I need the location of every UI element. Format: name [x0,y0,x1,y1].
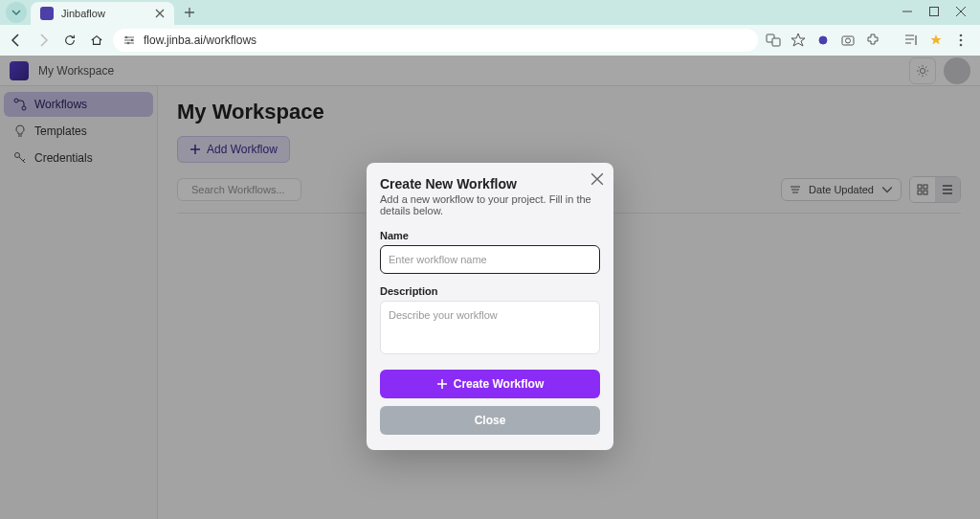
dialog-title: Create New Workflow [380,176,600,192]
extensions-icon[interactable] [865,33,880,48]
svg-point-10 [960,39,963,42]
svg-point-9 [960,34,963,37]
svg-point-3 [127,42,130,45]
forward-button[interactable] [34,32,52,49]
plus-icon [184,7,195,18]
create-workflow-dialog: Create New Workflow Add a new workflow t… [367,163,613,450]
close-button[interactable]: Close [380,406,600,435]
site-settings-icon[interactable] [122,34,136,47]
new-tab-button[interactable] [180,3,199,22]
extension-icons [766,33,972,48]
tab-title: Jinbaflow [61,8,147,19]
kebab-menu-icon[interactable] [953,33,969,48]
extension-star-icon[interactable] [928,33,944,48]
plus-icon [436,378,448,390]
create-button-label: Create Workflow [454,377,544,391]
name-label: Name [380,230,600,241]
create-workflow-button[interactable]: Create Workflow [380,370,600,398]
svg-rect-5 [772,38,780,46]
svg-point-11 [960,44,963,47]
svg-point-8 [846,38,851,43]
reload-button[interactable] [61,32,78,49]
workflow-description-input[interactable] [380,301,600,354]
app-root: My Workspace Workflows Templates Credent… [0,56,980,519]
browser-toolbar: flow.jinba.ai/workflows [0,25,980,56]
window-controls [902,4,980,21]
minimize-button[interactable] [902,4,913,21]
tab-search-button[interactable] [6,2,27,23]
bookmark-icon[interactable] [791,33,806,48]
close-icon[interactable] [590,172,604,186]
maximize-button[interactable] [928,4,940,21]
browser-tab[interactable]: Jinbaflow [31,2,174,25]
address-bar[interactable]: flow.jinba.ai/workflows [113,29,758,52]
svg-rect-7 [842,36,854,45]
close-window-button[interactable] [955,4,967,21]
svg-point-1 [125,36,128,39]
svg-point-6 [819,36,827,44]
extension-gear-icon[interactable] [815,33,831,48]
svg-point-2 [131,39,134,42]
close-icon[interactable] [155,9,165,18]
description-label: Description [380,285,600,297]
browser-tabstrip: Jinbaflow [0,0,980,25]
chevron-down-icon [11,8,21,17]
workflow-name-input[interactable] [380,245,600,274]
svg-rect-0 [930,8,939,16]
modal-overlay[interactable]: Create New Workflow Add a new workflow t… [0,56,980,519]
translate-icon[interactable] [766,33,781,48]
reading-list-icon[interactable] [903,33,919,48]
dialog-subtitle: Add a new workflow to your project. Fill… [380,193,600,216]
nav-buttons [8,32,105,49]
back-button[interactable] [8,32,25,49]
favicon-icon [40,7,54,20]
close-button-label: Close [475,414,506,427]
url-text: flow.jinba.ai/workflows [144,34,256,47]
home-button[interactable] [88,32,105,49]
camera-icon[interactable] [840,33,856,48]
